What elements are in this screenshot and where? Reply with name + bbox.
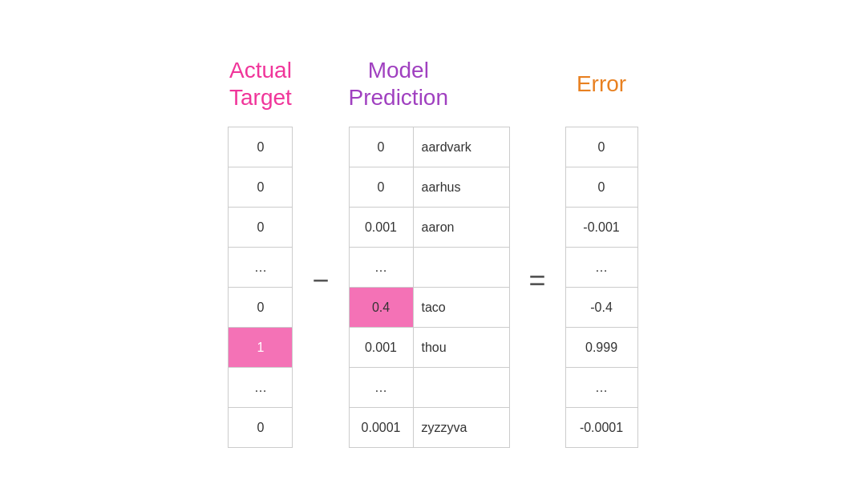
pred-label-cell xyxy=(413,248,509,288)
pred-num-cell: 0 xyxy=(349,127,413,167)
main-container: ActualTarget 000…01…0 − ModelPrediction … xyxy=(228,56,637,448)
actual-cell: 1 xyxy=(229,328,293,368)
prediction-header: ModelPrediction xyxy=(349,56,449,112)
actual-cell: 0 xyxy=(229,167,293,208)
actual-table: 000…01…0 xyxy=(228,127,293,448)
prediction-table: 0aardvark0aarhus0.001aaron…0.4taco0.001t… xyxy=(349,127,510,448)
pred-num-cell: 0.4 xyxy=(349,288,413,328)
pred-label-cell: aaron xyxy=(413,208,509,248)
pred-label-cell: aarhus xyxy=(413,167,509,208)
error-cell: … xyxy=(565,368,637,408)
error-cell: -0.001 xyxy=(565,208,637,248)
error-cell: … xyxy=(565,248,637,288)
actual-cell: 0 xyxy=(229,288,293,328)
pred-num-cell: … xyxy=(349,368,413,408)
actual-cell: … xyxy=(229,248,293,288)
actual-target-section: ActualTarget 000…01…0 xyxy=(228,56,293,448)
error-cell: 0 xyxy=(565,167,637,208)
error-cell: -0.4 xyxy=(565,288,637,328)
error-cell: -0.0001 xyxy=(565,408,637,448)
pred-label-cell: taco xyxy=(413,288,509,328)
error-table: 00-0.001…-0.40.999…-0.0001 xyxy=(565,127,638,448)
actual-cell: … xyxy=(229,368,293,408)
pred-label-cell: aardvark xyxy=(413,127,509,167)
error-cell: 0.999 xyxy=(565,328,637,368)
pred-num-cell: … xyxy=(349,248,413,288)
error-cell: 0 xyxy=(565,127,637,167)
pred-label-cell: thou xyxy=(413,328,509,368)
actual-target-header: ActualTarget xyxy=(229,56,292,112)
pred-num-cell: 0.001 xyxy=(349,208,413,248)
equals-operator: = xyxy=(529,264,546,297)
actual-cell: 0 xyxy=(229,408,293,448)
pred-num-cell: 0 xyxy=(349,167,413,208)
pred-num-cell: 0.0001 xyxy=(349,408,413,448)
error-header: Error xyxy=(577,56,626,112)
actual-cell: 0 xyxy=(229,127,293,167)
pred-label-cell xyxy=(413,368,509,408)
actual-cell: 0 xyxy=(229,208,293,248)
error-section: Error 00-0.001…-0.40.999…-0.0001 xyxy=(565,56,638,448)
prediction-section: ModelPrediction 0aardvark0aarhus0.001aar… xyxy=(349,56,510,448)
minus-operator: − xyxy=(312,264,329,297)
pred-num-cell: 0.001 xyxy=(349,328,413,368)
pred-label-cell: zyzzyva xyxy=(413,408,509,448)
